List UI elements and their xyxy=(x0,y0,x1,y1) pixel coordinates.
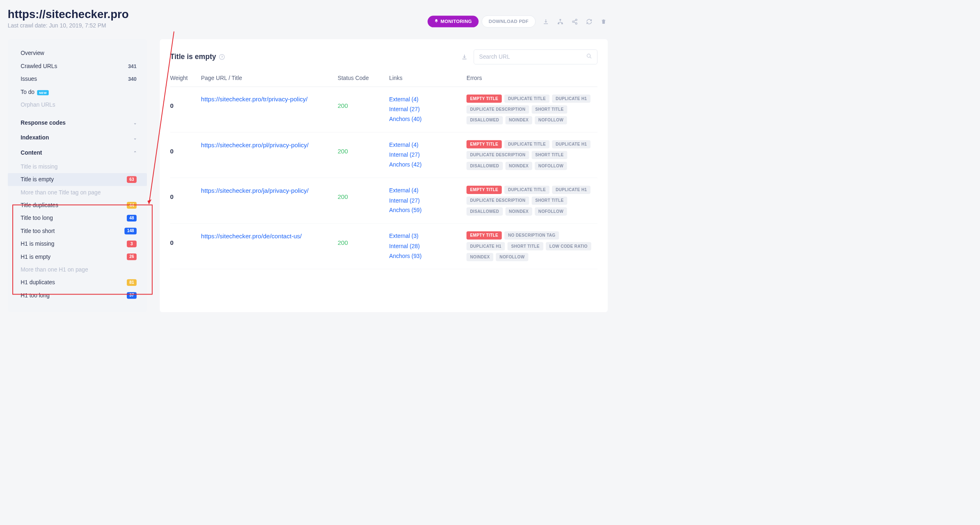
crawl-date: Last crawl date: Jun 10, 2019, 7:52 PM xyxy=(8,22,129,29)
sidebar-item-label: Title too long xyxy=(21,215,53,221)
sidebar-content-item[interactable]: H1 duplicates81 xyxy=(8,276,147,289)
sidebar-group-content[interactable]: Content⌃ xyxy=(8,145,147,160)
error-tag[interactable]: NOFOLLOW xyxy=(496,253,529,261)
error-tag[interactable]: NOFOLLOW xyxy=(535,162,567,170)
search-icon xyxy=(586,53,592,61)
error-tag[interactable]: DUPLICATE TITLE xyxy=(504,94,550,103)
sidebar-item-label: H1 too long xyxy=(21,292,50,299)
sidebar-todo[interactable]: To doNEW xyxy=(8,85,147,98)
search-input[interactable] xyxy=(479,54,586,60)
error-tag[interactable]: DUPLICATE DESCRIPTION xyxy=(467,105,529,114)
sidebar-content-item[interactable]: H1 too long37 xyxy=(8,289,147,302)
link-stat[interactable]: Internal (27) xyxy=(389,105,466,114)
count-badge: 26 xyxy=(127,253,137,260)
share-icon[interactable] xyxy=(570,17,579,25)
page-url-link[interactable]: https://sitechecker.pro/de/contact-us/ xyxy=(201,231,302,241)
download-pdf-button[interactable]: DOWNLOAD PDF xyxy=(482,16,536,28)
error-tag[interactable]: EMPTY TITLE xyxy=(467,140,502,148)
error-tag[interactable]: NOFOLLOW xyxy=(535,208,567,216)
count-badge: 148 xyxy=(125,228,137,234)
sidebar-content-item[interactable]: Title too short148 xyxy=(8,225,147,237)
sidebar-item-label: H1 is missing xyxy=(21,241,54,247)
chevron-up-icon: ⌃ xyxy=(133,150,137,155)
sidebar-issues[interactable]: Issues340 xyxy=(8,73,147,85)
refresh-icon[interactable] xyxy=(585,17,593,25)
error-tag[interactable]: DISALLOWED xyxy=(467,162,503,170)
link-stat[interactable]: Internal (28) xyxy=(389,241,466,251)
error-tag[interactable]: NO DESCRIPTION TAG xyxy=(504,231,559,240)
error-tag[interactable]: DUPLICATE H1 xyxy=(552,94,591,103)
trash-icon[interactable] xyxy=(600,17,608,25)
svg-point-4 xyxy=(572,21,574,23)
sidebar-group-response-codes[interactable]: Response codes⌄ xyxy=(8,115,147,130)
link-stat[interactable]: External (3) xyxy=(389,231,466,241)
link-stat[interactable]: Anchors (59) xyxy=(389,205,466,215)
sidebar-content-item[interactable]: H1 is empty26 xyxy=(8,250,147,263)
sidebar-item-label: Title is empty xyxy=(21,176,54,183)
sidebar-content-item[interactable]: Title too long48 xyxy=(8,212,147,224)
sidebar-label: Crawled URLs xyxy=(21,63,57,69)
export-icon[interactable] xyxy=(460,53,469,61)
sidebar-content-item[interactable]: H1 is missing3 xyxy=(8,237,147,250)
help-icon[interactable]: ? xyxy=(219,54,225,60)
link-stat[interactable]: Anchors (42) xyxy=(389,160,466,170)
error-tag[interactable]: NOINDEX xyxy=(505,116,532,124)
monitoring-button[interactable]: MONITORING xyxy=(428,16,479,27)
status-code: 200 xyxy=(338,239,389,247)
sidebar-group-indexation[interactable]: Indexation⌄ xyxy=(8,130,147,145)
error-tag[interactable]: NOINDEX xyxy=(467,253,494,261)
error-tag[interactable]: SHORT TITLE xyxy=(531,151,567,159)
svg-rect-2 xyxy=(561,23,563,24)
link-stat[interactable]: Anchors (93) xyxy=(389,251,466,261)
page-url-link[interactable]: https://sitechecker.pro/ja/privacy-polic… xyxy=(201,186,309,195)
error-tag[interactable]: DUPLICATE DESCRIPTION xyxy=(467,196,529,205)
error-tag[interactable]: SHORT TITLE xyxy=(531,196,567,205)
error-tag[interactable]: EMPTY TITLE xyxy=(467,94,502,103)
error-tag[interactable]: NOFOLLOW xyxy=(535,116,567,124)
error-tag[interactable]: DUPLICATE H1 xyxy=(552,140,591,148)
page-url-link[interactable]: https://sitechecker.pro/pl/privacy-polic… xyxy=(201,140,309,150)
status-code: 200 xyxy=(338,194,389,201)
link-stat[interactable]: External (4) xyxy=(389,94,466,104)
error-tag[interactable]: DISALLOWED xyxy=(467,208,503,216)
sidebar-content-item[interactable]: Title is missing xyxy=(8,160,147,173)
link-stat[interactable]: Internal (27) xyxy=(389,150,466,160)
download-icon[interactable] xyxy=(542,17,550,25)
sidebar-count: 341 xyxy=(128,63,137,69)
svg-point-5 xyxy=(575,23,577,24)
sidebar-crawled-urls[interactable]: Crawled URLs341 xyxy=(8,60,147,73)
sidebar-content-item[interactable]: More than one H1 on page xyxy=(8,263,147,276)
sidebar-content-item[interactable]: More than one Title tag on page xyxy=(8,186,147,199)
link-stat[interactable]: External (4) xyxy=(389,140,466,150)
sidebar-item-label: More than one Title tag on page xyxy=(21,189,101,196)
table-row: 0https://sitechecker.pro/tr/privacy-poli… xyxy=(170,87,597,132)
error-tag[interactable]: NOINDEX xyxy=(505,208,532,216)
sidebar-item-label: Title is missing xyxy=(21,163,57,170)
sidebar-orphan-urls[interactable]: Orphan URLs xyxy=(8,98,147,111)
error-tag[interactable]: DISALLOWED xyxy=(467,116,503,124)
link-stat[interactable]: Anchors (40) xyxy=(389,114,466,124)
link-stat[interactable]: Internal (27) xyxy=(389,196,466,205)
status-code: 200 xyxy=(338,148,389,155)
sidebar-overview[interactable]: Overview xyxy=(8,47,147,59)
sidebar-label: To do xyxy=(21,89,34,95)
link-stat[interactable]: External (4) xyxy=(389,186,466,196)
sidebar-content-item[interactable]: Title duplicates44 xyxy=(8,199,147,212)
sidebar-content-item[interactable]: Title is empty63 xyxy=(8,173,147,186)
error-tag[interactable]: DUPLICATE DESCRIPTION xyxy=(467,151,529,159)
error-tag[interactable]: DUPLICATE TITLE xyxy=(504,186,550,194)
error-tag[interactable]: LOW CODE RATIO xyxy=(546,242,591,250)
search-box[interactable] xyxy=(474,50,597,64)
error-tag[interactable]: EMPTY TITLE xyxy=(467,231,502,240)
error-tag[interactable]: EMPTY TITLE xyxy=(467,186,502,194)
error-tag[interactable]: SHORT TITLE xyxy=(531,105,567,114)
error-tag[interactable]: DUPLICATE H1 xyxy=(552,186,591,194)
sitemap-icon[interactable] xyxy=(556,17,564,25)
error-tag[interactable]: NOINDEX xyxy=(505,162,532,170)
page-url-link[interactable]: https://sitechecker.pro/tr/privacy-polic… xyxy=(201,94,308,104)
sidebar-item-label: H1 duplicates xyxy=(21,279,55,286)
new-badge: NEW xyxy=(37,90,49,96)
error-tag[interactable]: DUPLICATE TITLE xyxy=(504,140,550,148)
error-tag[interactable]: SHORT TITLE xyxy=(508,242,543,250)
error-tag[interactable]: DUPLICATE H1 xyxy=(467,242,505,250)
